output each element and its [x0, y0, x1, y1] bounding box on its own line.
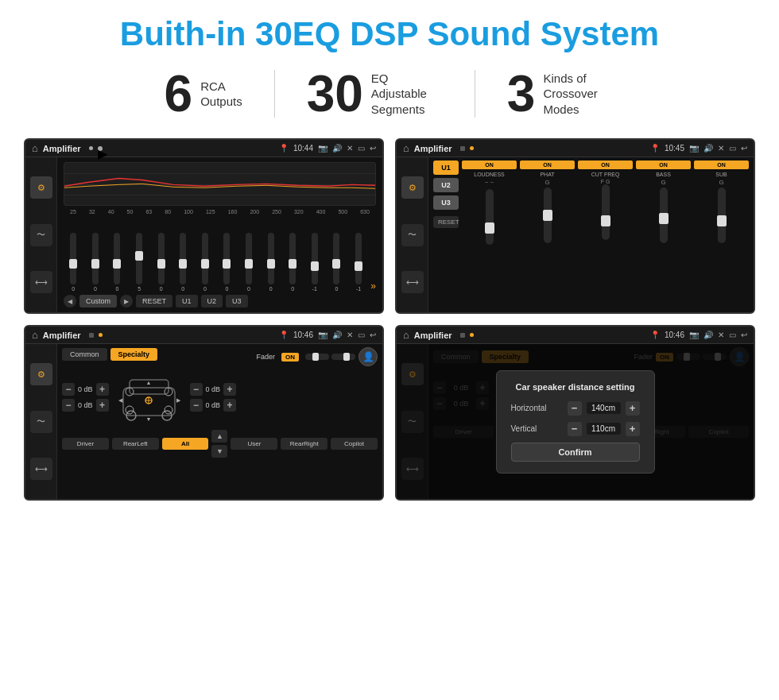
- rect-icon-1: ▭: [358, 144, 365, 153]
- eq-prev-btn[interactable]: ◀: [64, 295, 76, 307]
- back-icon-4[interactable]: ↩: [741, 331, 747, 339]
- eq-side-btn-3c[interactable]: ⟷: [30, 458, 52, 480]
- screen-content-4: ⚙ 〜 ⟷ Common Specialty Fader ON: [397, 344, 754, 499]
- db-plus-rl[interactable]: +: [96, 399, 109, 412]
- location-icon-4: 📍: [650, 331, 660, 339]
- tab-specialty[interactable]: Specialty: [110, 348, 158, 361]
- amp2-u3[interactable]: U3: [433, 195, 459, 210]
- eq-slider-2: 0: [107, 233, 127, 292]
- amp2-reset[interactable]: RESET: [433, 216, 459, 228]
- amp3-nav-v: ▲ ▼: [211, 430, 227, 458]
- btn-all[interactable]: All: [162, 438, 209, 450]
- ch-slider-bass[interactable]: [660, 188, 668, 243]
- back-icon-1[interactable]: ↩: [370, 144, 376, 153]
- eq-side-btn-3b[interactable]: 〜: [30, 411, 52, 433]
- btn-copilot[interactable]: Copilot: [331, 438, 378, 450]
- nav-down[interactable]: ▼: [211, 445, 227, 458]
- db-plus-fr[interactable]: +: [223, 383, 236, 396]
- amp2-u1[interactable]: U1: [433, 160, 459, 175]
- ch-slider-loudness[interactable]: [486, 189, 494, 245]
- location-icon-2: 📍: [650, 144, 660, 153]
- home-icon-2[interactable]: ⌂: [403, 142, 409, 154]
- btn-driver[interactable]: Driver: [62, 438, 109, 450]
- back-icon-3[interactable]: ↩: [370, 331, 376, 339]
- btn-user[interactable]: User: [231, 438, 277, 450]
- home-icon-3[interactable]: ⌂: [32, 329, 38, 341]
- ch-on-bass: ON: [636, 160, 691, 169]
- ch-slider-phat[interactable]: [544, 188, 552, 243]
- eq-side-btn-3[interactable]: ⟷: [30, 271, 52, 293]
- db-row-right-1: − 0 dB +: [190, 383, 237, 396]
- eq-slider-3: 5: [130, 233, 149, 292]
- db-plus-rr[interactable]: +: [223, 399, 236, 412]
- home-icon-4[interactable]: ⌂: [403, 329, 409, 341]
- ch-slider-cutfreq[interactable]: [602, 184, 610, 240]
- screen-amp4: ⌂ Amplifier 📍 10:46 📷 🔊 ✕ ▭ ↩ ⚙ 〜 ⟷: [395, 325, 755, 501]
- dialog-vertical-minus[interactable]: −: [568, 422, 582, 436]
- home-icon-1[interactable]: ⌂: [32, 142, 38, 154]
- svg-text:◀: ◀: [118, 397, 123, 403]
- eq-custom-btn[interactable]: Custom: [79, 295, 117, 307]
- btn-rearright[interactable]: RearRight: [281, 438, 327, 450]
- status-sq-4: [460, 333, 465, 338]
- db-minus-fr[interactable]: −: [190, 383, 203, 396]
- status-dot-3: [99, 333, 103, 337]
- x-icon-2: ✕: [718, 144, 724, 153]
- amp2-u2[interactable]: U2: [433, 178, 459, 192]
- dialog-title: Car speaker distance setting: [511, 382, 640, 392]
- eq-side-btn-2c[interactable]: ⟷: [401, 271, 424, 293]
- svg-text:▲: ▲: [146, 380, 152, 385]
- eq-u1-btn[interactable]: U1: [176, 295, 198, 307]
- eq-reset-btn[interactable]: RESET: [136, 295, 172, 307]
- tab-common[interactable]: Common: [62, 348, 107, 361]
- back-icon-2[interactable]: ↩: [741, 144, 747, 153]
- dialog-horizontal-plus[interactable]: +: [626, 401, 640, 416]
- eq-slider-6: 0: [196, 233, 215, 292]
- page-container: Buith-in 30EQ DSP Sound System 6 RCAOutp…: [0, 0, 779, 516]
- dialog-vertical-plus[interactable]: +: [626, 422, 640, 436]
- eq-curve-area: [64, 162, 376, 206]
- stat-label-crossover: Kinds ofCrossover Modes: [543, 71, 614, 118]
- eq-side-btn-1[interactable]: ⚙: [30, 176, 52, 199]
- time-3: 10:46: [293, 331, 313, 339]
- db-row-left-1: − 0 dB +: [62, 383, 109, 396]
- eq-side-btn-3a[interactable]: ⚙: [30, 363, 52, 385]
- screen-title-4: Amplifier: [414, 331, 452, 340]
- eq-next-btn[interactable]: ▶: [120, 295, 133, 307]
- volume-icon-4: 🔊: [703, 331, 713, 339]
- ch-label-phat: PHAT: [540, 172, 554, 177]
- car-diagram: ▲ ▼ ◀ ▶: [114, 369, 185, 425]
- nav-up[interactable]: ▲: [211, 430, 227, 443]
- eq-slider-8: 0: [239, 233, 259, 292]
- eq-u3-btn[interactable]: U3: [226, 295, 248, 307]
- ch-label-cutfreq: CUT FREQ: [591, 172, 620, 177]
- side-controls-2: ⚙ 〜 ⟷: [397, 157, 428, 312]
- btn-rearleft[interactable]: RearLeft: [112, 438, 159, 450]
- eq-more-icon: »: [370, 280, 376, 292]
- status-sq-2: [460, 146, 465, 151]
- status-dot-1: [89, 146, 93, 150]
- amp2-main: U1 U2 U3 RESET ON LOUDNESS ~ ~: [428, 157, 754, 312]
- eq-side-btn-2a[interactable]: ⚙: [401, 176, 424, 199]
- time-1: 10:44: [293, 144, 313, 153]
- db-minus-rl[interactable]: −: [62, 399, 75, 412]
- ch-slider-sub[interactable]: [718, 188, 726, 243]
- fader-sliders: [305, 354, 355, 360]
- amp3-user-icon[interactable]: 👤: [358, 347, 378, 366]
- db-plus-fl[interactable]: +: [96, 383, 109, 396]
- eq-side-btn-2b[interactable]: 〜: [401, 224, 424, 246]
- db-minus-rr[interactable]: −: [190, 399, 203, 412]
- stats-row: 6 RCAOutputs 30 EQ AdjustableSegments 3 …: [24, 68, 755, 119]
- eq-slider-11: -1: [305, 233, 325, 292]
- dialog-horizontal-value: 140cm: [587, 402, 621, 414]
- db-minus-fl[interactable]: −: [62, 383, 75, 396]
- dialog-horizontal-minus[interactable]: −: [568, 401, 582, 416]
- dialog-confirm-btn[interactable]: Confirm: [511, 443, 640, 462]
- eq-u2-btn[interactable]: U2: [201, 295, 223, 307]
- dialog-box: Car speaker distance setting Horizontal …: [496, 370, 655, 474]
- eq-side-btn-2[interactable]: 〜: [30, 224, 52, 246]
- ch-label-loudness: LOUDNESS: [474, 172, 505, 177]
- amp2-ch-bass: ON BASS G: [636, 160, 691, 309]
- screen-amp3: ⌂ Amplifier 📍 10:46 📷 🔊 ✕ ▭ ↩ ⚙ 〜 ⟷: [24, 325, 384, 501]
- ch-on-phat: ON: [520, 160, 575, 169]
